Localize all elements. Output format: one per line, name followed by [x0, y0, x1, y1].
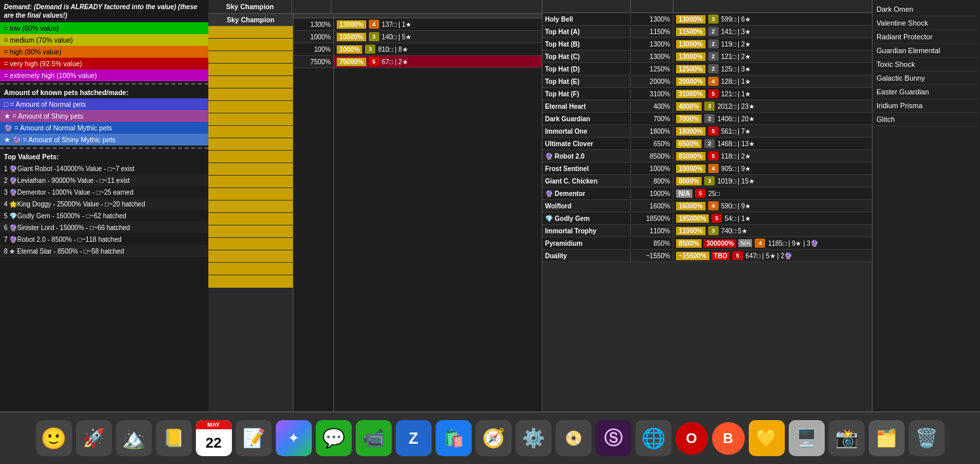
- dock-photos[interactable]: 🏔️: [116, 420, 152, 456]
- dock-opera[interactable]: O: [675, 422, 708, 455]
- sky-row-17: [208, 225, 293, 238]
- sky-row-14: [208, 188, 293, 201]
- pet-name-14: 🔮 Dementor: [542, 189, 631, 199]
- dock-finder[interactable]: 🙂: [36, 420, 72, 456]
- dock-chrome[interactable]: 🌐: [635, 420, 671, 456]
- dock-files[interactable]: 🗂️: [869, 420, 905, 456]
- pet-pct-9: 1800%: [631, 126, 673, 136]
- sky-row-15: [208, 201, 293, 213]
- center-row-0: Holy Bell 1300% 13000% 3 599□ | 6★: [542, 13, 872, 26]
- sky-row-3: [208, 51, 293, 64]
- na-badge-14: N/A: [676, 189, 692, 198]
- pet-name-1: Top Hat (A): [542, 27, 631, 37]
- dock-calendar[interactable]: MAY 22: [196, 420, 232, 456]
- pet-pct-17: 1100%: [631, 226, 673, 236]
- pet-pct-11: 8500%: [631, 151, 673, 161]
- center-row-7: Eternal Heart 400% 4000% 3 2012□ | 23★: [542, 100, 872, 113]
- top-valued-header: Top Valued Pets:: [0, 151, 208, 163]
- center-row-6: Top Hat (F) 3100% 31000% 5 121□ | 1★: [542, 88, 872, 100]
- dock-zoom[interactable]: Z: [396, 420, 432, 456]
- sky-row-18: [208, 238, 293, 250]
- pet-data-17: 11000% 3 740□ 5★: [673, 225, 750, 237]
- main-layout: Demand: (Demand is ALREADY factored into…: [0, 0, 980, 412]
- sky-pct2-header: [331, 0, 542, 13]
- pet-data-2: 13000% 2 119□ | 2★: [673, 38, 753, 50]
- pet-data-5: 20000% 4 128□ | 1★: [673, 75, 753, 87]
- count-3: 67□ | 2★: [382, 58, 408, 66]
- dock-calendar-month: MAY: [196, 420, 232, 429]
- dock-brave[interactable]: B: [712, 422, 745, 455]
- pct2-row-3: 75000% 5 67□ | 2★: [334, 56, 542, 68]
- dock-system-prefs[interactable]: ⚙️: [516, 420, 552, 456]
- pet-name-3: Top Hat (C): [542, 52, 631, 62]
- sky-row-8: [208, 113, 293, 126]
- center-row-10: Ultimate Clover 650% 6500% 2 1468□ | 13★: [542, 138, 872, 150]
- pet-data-10: 6500% 2 1468□ | 13★: [673, 138, 757, 149]
- sky-row-12: [208, 163, 293, 176]
- pet-name-15: Wolflord: [542, 201, 631, 211]
- center-row-2: Top Hat (B) 1300% 13000% 2 119□ | 2★: [542, 38, 872, 50]
- pet-name-7: Eternal Heart: [542, 102, 631, 111]
- dock-messages[interactable]: 💬: [316, 420, 352, 456]
- dock-slack[interactable]: Ⓢ: [595, 420, 631, 456]
- right-pet-6: Easter Guardian: [875, 85, 977, 99]
- divider-2: [0, 147, 208, 149]
- pet-data-18: 8500% 300000% N/A 4 1185□ | 9★ | 3🔮: [673, 237, 821, 249]
- known-normal: □ = Amount of Normal pets: [0, 98, 208, 110]
- count-1: 140□ | 5★: [382, 33, 411, 41]
- pet-pct-0: 1300%: [631, 14, 673, 24]
- dock-screencap[interactable]: 🖥️: [789, 420, 825, 456]
- sky-row-11: [208, 151, 293, 163]
- pct2-row-1: 10000% 3 140□ | 5★: [334, 31, 542, 43]
- dock-appstore[interactable]: 🛍️: [436, 420, 472, 456]
- pet-pct-13: 800%: [631, 176, 673, 186]
- sky-row-19: [208, 250, 293, 263]
- right-pet-7: Iridium Prisma: [875, 99, 977, 113]
- sky-champion-header: Sky Champion: [208, 0, 292, 13]
- dock-dvd[interactable]: 📀: [556, 420, 592, 456]
- sky-row-10: [208, 138, 293, 151]
- pet-data-3: 13000% 2 121□ | 2★: [673, 50, 753, 62]
- pet-name-4: Top Hat (D): [542, 64, 631, 74]
- pet-name-12: Frost Sentinel: [542, 164, 631, 174]
- dock-launchpad[interactable]: 🚀: [76, 420, 112, 456]
- dock-preview[interactable]: 📸: [829, 420, 865, 456]
- right-pet-4: Toxic Shock: [875, 58, 977, 71]
- center-row-8: Dark Guardian 700% 7000% 2 1406□ | 20★: [542, 113, 872, 125]
- top-valued-8: 8 ★ Eternal Star - 8500% - □~58 hatched: [0, 245, 208, 257]
- pet-pct-10: 650%: [631, 139, 673, 149]
- center-pct2-header: [673, 0, 872, 12]
- dock-siri[interactable]: ✦: [276, 420, 312, 456]
- pet-data-13: 8000% 3 1019□ | 15★: [673, 175, 757, 187]
- dock-facetime[interactable]: 📹: [356, 420, 392, 456]
- right-pet-3: Guardian Elemental: [875, 44, 977, 58]
- right-pet-2: Radiant Protector: [875, 30, 977, 44]
- center-row-5: Top Hat (E) 2000% 20000% 4 128□ | 1★: [542, 75, 872, 88]
- pet-pct-16: 18500%: [631, 214, 673, 223]
- dock-notes[interactable]: 📒: [156, 420, 192, 456]
- sky-row-21: [208, 275, 293, 288]
- right-pet-0: Dark Omen: [875, 3, 977, 16]
- pct2-row-2: 1000% 3 810□ | 8★: [334, 43, 542, 56]
- center-row-18: Pyramidium 850% 8500% 300000% N/A 4 1185…: [542, 237, 872, 250]
- dock-trash[interactable]: 🗑️: [909, 420, 945, 456]
- dock-safari[interactable]: 🧭: [476, 420, 512, 456]
- known-shiny: ★ = Amount of Shiny pets: [0, 110, 208, 122]
- pct2-val-1: 10000%: [337, 33, 366, 41]
- sky-row-2: [208, 39, 293, 51]
- center-row-3: Top Hat (C) 1300% 13000% 2 121□ | 2★: [542, 50, 872, 63]
- dock-reminders[interactable]: 📝: [236, 420, 272, 456]
- sky-row-4: [208, 64, 293, 76]
- top-valued-7: 7 🔮Robot 2.0 - 8500% - □~118 hatched: [0, 233, 208, 245]
- sky-row-16: [208, 213, 293, 225]
- pct-row-0: 1300%: [293, 18, 333, 31]
- badge-0: 4: [369, 20, 379, 29]
- top-valued-6: 6 🔮Sinister Lord - 15000% - □~66 hatched: [0, 222, 208, 233]
- pet-data-8: 7000% 2 1406□ | 20★: [673, 113, 757, 125]
- pet-name-6: Top Hat (F): [542, 89, 631, 99]
- pet-pct-15: 1600%: [631, 201, 673, 211]
- dock-app1[interactable]: 💛: [749, 420, 785, 456]
- legend-low: = low (60% value): [0, 22, 208, 34]
- pet-name-13: Giant C. Chicken: [542, 176, 631, 186]
- pet-pct-18: 850%: [631, 239, 673, 248]
